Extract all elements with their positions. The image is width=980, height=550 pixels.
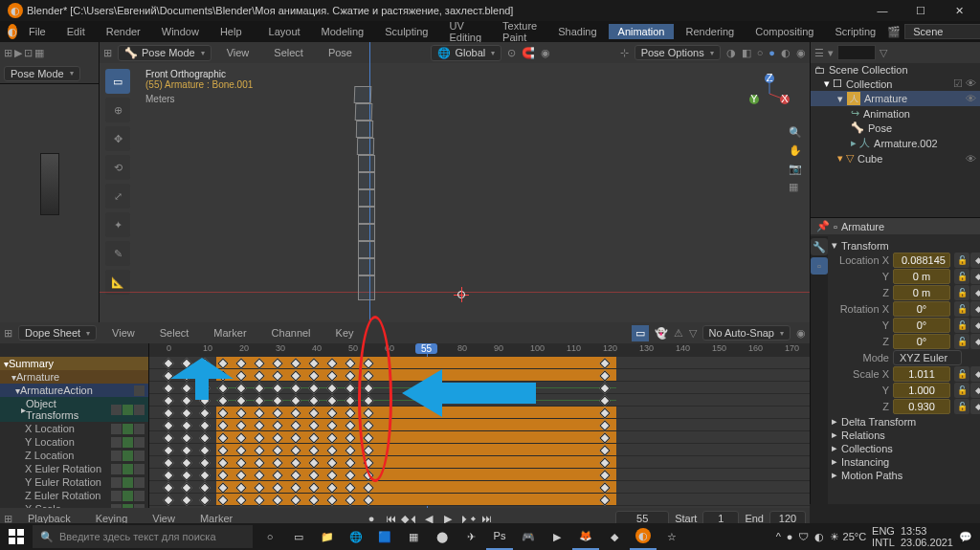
orientation-dropdown[interactable]: 🌐 Global	[431, 45, 501, 61]
keyframe[interactable]	[254, 445, 264, 455]
keyframe[interactable]	[181, 445, 191, 455]
keyframe[interactable]	[181, 432, 191, 443]
keyframe[interactable]	[181, 407, 191, 418]
rot-z-field[interactable]: 0°	[893, 334, 950, 349]
channel-xloc[interactable]: X Location	[0, 422, 148, 435]
axis-gizmo[interactable]: ZYX	[746, 71, 792, 117]
keyframe[interactable]	[254, 370, 264, 381]
annotate-tool[interactable]: ✎	[105, 241, 130, 266]
filter-icon[interactable]: ▽	[689, 327, 697, 340]
play-icon[interactable]: ▶	[14, 47, 22, 59]
keyframe[interactable]	[272, 395, 282, 406]
ch-btn[interactable]	[111, 424, 122, 434]
keyframe[interactable]	[345, 445, 355, 455]
frame-ruler[interactable]: 0102030405060708090100110120130140150160…	[149, 343, 810, 357]
rot-x-field[interactable]: 0°	[893, 301, 950, 317]
keyframe[interactable]	[163, 470, 173, 480]
scale-tool[interactable]: ⤢	[105, 184, 130, 209]
select-box-icon[interactable]: ▭	[632, 325, 649, 341]
keyframe[interactable]	[217, 407, 228, 418]
keyframe[interactable]	[363, 457, 373, 468]
keyframe[interactable]	[363, 470, 373, 480]
outliner-cube[interactable]: ▾ ▽ Cube 👁	[811, 151, 980, 165]
keyframe[interactable]	[163, 445, 173, 455]
keyframe[interactable]	[235, 482, 246, 493]
keyframe[interactable]	[326, 358, 337, 368]
keyframe[interactable]	[217, 420, 228, 430]
lock-icon[interactable]: 🔓	[954, 318, 969, 333]
snap-icon[interactable]: 🧲	[522, 47, 535, 59]
move-tool[interactable]: ✥	[105, 126, 130, 151]
keyframe[interactable]	[308, 395, 319, 406]
lock-icon[interactable]: 🔓	[954, 366, 969, 382]
keyframe[interactable]	[217, 432, 228, 443]
task-taskview-icon[interactable]: ▭	[285, 523, 312, 550]
keyframe[interactable]	[363, 383, 373, 393]
task-vlc-icon[interactable]: ▶	[544, 523, 570, 550]
keyframe[interactable]	[290, 395, 301, 406]
ch-btn[interactable]	[111, 451, 122, 461]
keyframe[interactable]	[199, 470, 210, 480]
key-icon[interactable]: ◆	[970, 253, 980, 268]
outliner-animation[interactable]: ↪ Animation	[811, 106, 980, 121]
tray-notifications-icon[interactable]: 💬	[959, 531, 972, 543]
keyframe[interactable]	[599, 432, 610, 443]
channel-yrot[interactable]: Y Euler Rotation	[0, 475, 148, 489]
keyframe[interactable]	[363, 358, 373, 368]
tray-lang[interactable]: ENGINTL	[872, 525, 895, 548]
channel-objtransforms[interactable]: ▸ Object Transforms	[0, 397, 148, 422]
keyframe[interactable]	[308, 482, 319, 493]
ch-btn[interactable]	[134, 424, 145, 434]
keyframe[interactable]	[290, 495, 301, 505]
keyframe[interactable]	[254, 420, 264, 430]
keyframe[interactable]	[326, 395, 337, 406]
keyframe[interactable]	[235, 445, 246, 455]
keyframe[interactable]	[217, 482, 228, 493]
task-blender-icon[interactable]: ◐	[630, 523, 657, 550]
viewport-3d[interactable]: ⊞ 🦴 Pose Mode View Select Pose 🌐 Global …	[100, 42, 810, 322]
key-icon[interactable]: ◆	[970, 269, 980, 284]
keyframe[interactable]	[181, 383, 191, 393]
keyframe[interactable]	[254, 407, 264, 418]
task-edge-icon[interactable]: 🌐	[343, 523, 369, 550]
ch-btn[interactable]	[134, 477, 145, 488]
ws-compositing[interactable]: Compositing	[746, 24, 823, 39]
loc-z-field[interactable]: 0 m	[893, 285, 950, 300]
task-photoshop-icon[interactable]: Ps	[486, 523, 513, 550]
track-row[interactable]	[149, 357, 810, 369]
ch-btn[interactable]	[134, 464, 145, 474]
rot-y-field[interactable]: 0°	[893, 318, 950, 333]
pan-icon[interactable]: ✋	[789, 144, 802, 157]
ch-btn[interactable]	[122, 464, 133, 474]
mode-dropdown[interactable]: 🦴 Pose Mode	[118, 45, 212, 61]
keyframe[interactable]	[363, 495, 373, 505]
keyframe[interactable]	[290, 445, 301, 455]
keyframe[interactable]	[217, 358, 228, 368]
shading-icon[interactable]: ⊡	[24, 47, 33, 59]
scene-icon[interactable]: 🎬	[887, 26, 901, 38]
rotate-tool[interactable]: ⟲	[105, 155, 130, 180]
keyframe[interactable]	[363, 420, 373, 430]
keyframe[interactable]	[181, 495, 191, 505]
keyframe[interactable]	[308, 445, 319, 455]
scene-input[interactable]: Scene	[904, 24, 980, 39]
scale-z-field[interactable]: 0.930	[893, 399, 950, 414]
keyframe[interactable]	[272, 445, 282, 455]
task-email-icon[interactable]: 🟦	[371, 523, 398, 550]
keyframe[interactable]	[599, 420, 610, 430]
menu-file[interactable]: File	[19, 24, 56, 39]
keyframe[interactable]	[345, 420, 355, 430]
keyframe[interactable]	[235, 457, 246, 468]
keyframe[interactable]	[217, 495, 228, 505]
channel-zloc[interactable]: Z Location	[0, 449, 148, 462]
keyframe[interactable]	[326, 407, 337, 418]
keyframe[interactable]	[326, 482, 337, 493]
keyframe[interactable]	[290, 482, 301, 493]
keyframe[interactable]	[599, 395, 610, 406]
ch-btn[interactable]	[122, 504, 133, 509]
ds-marker[interactable]: Marker	[204, 325, 256, 341]
keyframe[interactable]	[599, 383, 610, 393]
keyframe[interactable]	[363, 445, 373, 455]
keyframe[interactable]	[199, 370, 210, 381]
ws-uv[interactable]: UV Editing	[439, 18, 491, 45]
